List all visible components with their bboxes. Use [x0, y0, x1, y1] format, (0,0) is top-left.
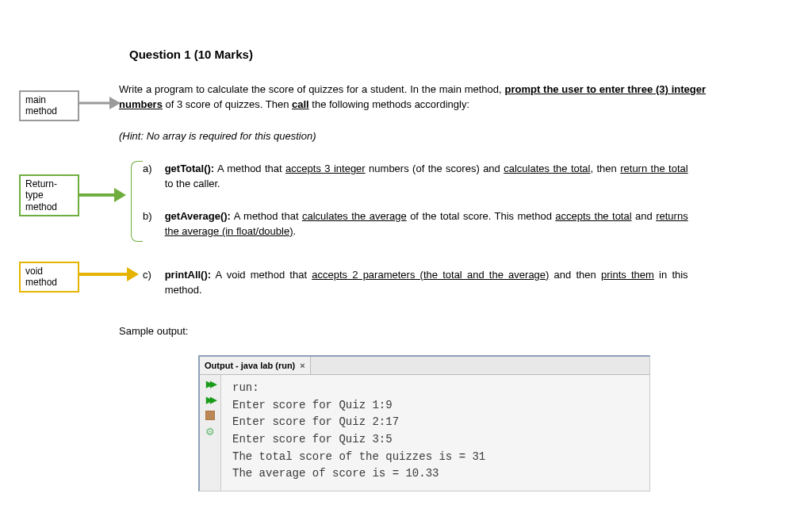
intro-bold-2: call: [292, 98, 309, 110]
svg-marker-1: [109, 97, 121, 109]
run-icon[interactable]: ▶▶: [204, 378, 216, 389]
stop-icon[interactable]: [204, 410, 216, 421]
console-line-2: Enter score for Quiz 2:17: [232, 415, 399, 428]
arrow-icon-main: [78, 94, 121, 113]
arrow-icon-void: [78, 265, 140, 284]
console-line-4: The total score of the quizzes is = 31: [232, 450, 485, 463]
console-tab[interactable]: Output - java lab (run) ×: [200, 357, 311, 374]
item-a-t3: , then: [591, 163, 621, 174]
item-b-t1: A method that: [231, 210, 302, 222]
item-b-letter: b): [143, 209, 162, 224]
callout-main-method: main method: [19, 90, 79, 121]
output-console: Output - java lab (run) × ▶▶ ▶▶ ⚙ run: E…: [198, 355, 650, 491]
item-c-name: printAll():: [165, 269, 211, 281]
item-b-t3: and: [632, 210, 657, 222]
item-a: a) getTotal(): A method that accepts 3 i…: [143, 162, 698, 192]
console-output-text: run: Enter score for Quiz 1:9 Enter scor…: [221, 375, 649, 491]
svg-marker-5: [127, 267, 139, 281]
question-intro: Write a program to calculate the score o…: [119, 82, 706, 113]
svg-marker-3: [114, 188, 126, 202]
hint-text: (Hint: No array is required for this que…: [119, 130, 316, 142]
arrow-icon-return: [78, 186, 127, 205]
item-c-t1: A void method that: [211, 269, 312, 281]
console-line-0: run:: [232, 381, 259, 394]
item-c-t2: and then: [549, 269, 601, 281]
item-a-u3: return the total: [620, 163, 688, 174]
question-heading: Question 1 (10 Marks): [129, 48, 253, 61]
intro-text-3: the following methods accordingly:: [309, 98, 469, 110]
console-line-1: Enter score for Quiz 1:9: [232, 399, 393, 411]
item-b-name: getAverage():: [165, 210, 231, 222]
item-b: b) getAverage(): A method that calculate…: [143, 209, 698, 239]
question-page: Question 1 (10 Marks) Write a program to…: [0, 0, 812, 524]
item-b-t2: of the total score. This method: [407, 210, 556, 222]
item-b-u2: accepts the total: [555, 210, 631, 222]
callout-return-type-method: Return-type method: [19, 174, 79, 216]
settings-icon[interactable]: ⚙: [204, 426, 216, 437]
item-c-u2: prints them: [601, 269, 654, 281]
intro-text-2: of 3 score of quizzes. Then: [163, 98, 292, 110]
console-tabbar: Output - java lab (run) ×: [200, 357, 649, 375]
item-a-u2: calculates the total: [504, 163, 590, 174]
callout-void-method: void method: [19, 262, 79, 293]
item-c-letter: c): [143, 268, 162, 283]
item-c-u1: accepts 2 parameters (the total and the …: [312, 269, 549, 281]
sample-output-label: Sample output:: [119, 325, 188, 337]
console-gutter: ▶▶ ▶▶ ⚙: [200, 375, 221, 491]
item-a-t4: to the caller.: [165, 178, 220, 189]
item-a-t1: A method that: [214, 163, 285, 174]
console-tab-title: Output - java lab (run): [205, 361, 295, 370]
console-body: ▶▶ ▶▶ ⚙ run: Enter score for Quiz 1:9 En…: [200, 375, 649, 491]
intro-text-1: Write a program to calculate the score o…: [119, 83, 504, 95]
item-b-t4: .: [293, 225, 297, 237]
item-a-name: getTotal():: [165, 163, 215, 174]
brace-icon: [131, 161, 143, 242]
item-b-u1: calculates the average: [302, 210, 407, 222]
run-icon-2[interactable]: ▶▶: [204, 394, 216, 405]
console-line-3: Enter score for Quiz 3:5: [232, 433, 393, 446]
item-a-u1: accepts 3 integer: [285, 163, 366, 174]
item-a-t2: numbers (of the scores) and: [366, 163, 504, 174]
item-a-letter: a): [143, 162, 162, 177]
close-icon[interactable]: ×: [300, 361, 304, 370]
item-c: c) printAll(): A void method that accept…: [143, 268, 698, 298]
console-line-5: The average of score is = 10.33: [232, 467, 439, 480]
